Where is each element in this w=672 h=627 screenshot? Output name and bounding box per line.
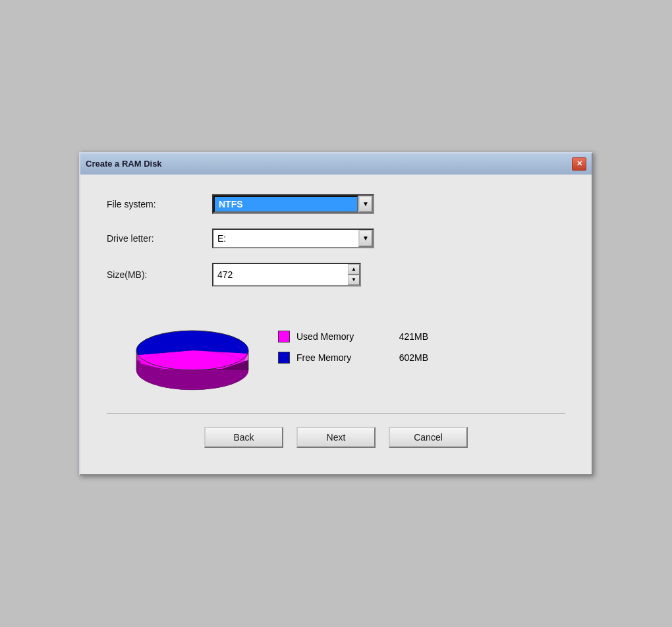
spin-up-button[interactable]: ▲ [348,264,360,275]
drive-letter-dropdown-btn[interactable]: ▼ [358,230,373,247]
pie-chart [126,301,258,393]
file-system-selected: NTFS [213,196,358,213]
pie-chart-svg [126,301,265,393]
drive-letter-control: E: ▼ [212,229,565,248]
size-spinbox: 472 ▲ ▼ [212,263,361,286]
used-memory-legend-item: Used Memory 421MB [278,331,428,342]
chart-legend: Used Memory 421MB Free Memory 602MB [278,331,428,364]
file-system-row: File system: NTFS ▼ [107,194,565,214]
close-button[interactable]: ✕ [572,157,586,171]
size-label: Size(MB): [107,269,212,280]
button-divider [107,413,565,414]
chart-section: Used Memory 421MB Free Memory 602MB [107,301,565,393]
free-memory-label: Free Memory [296,352,382,363]
drive-letter-dropdown[interactable]: E: ▼ [212,229,374,248]
free-memory-legend-item: Free Memory 602MB [278,352,428,364]
button-row: Back Next Cancel [107,427,565,461]
spin-down-button[interactable]: ▼ [348,275,360,285]
free-memory-value: 602MB [389,352,428,363]
dialog-title: Create a RAM Disk [86,159,162,169]
drive-letter-row: Drive letter: E: ▼ [107,229,565,248]
file-system-dropdown-btn[interactable]: ▼ [358,196,373,213]
used-memory-color-swatch [278,331,290,342]
drive-letter-selected: E: [213,230,358,247]
used-memory-value: 421MB [389,331,428,342]
dialog-window: Create a RAM Disk ✕ File system: NTFS ▼ … [79,152,593,476]
size-input[interactable]: 472 [213,264,348,285]
size-control: 472 ▲ ▼ [212,263,565,286]
title-bar: Create a RAM Disk ✕ [80,153,592,175]
back-button[interactable]: Back [204,427,283,448]
size-row: Size(MB): 472 ▲ ▼ [107,263,565,286]
drive-letter-label: Drive letter: [107,233,212,244]
dialog-body: File system: NTFS ▼ Drive letter: E: ▼ S… [80,175,592,474]
cancel-button[interactable]: Cancel [389,427,468,448]
spinbox-buttons: ▲ ▼ [348,264,360,285]
used-memory-label: Used Memory [296,331,382,342]
free-memory-color-swatch [278,352,290,364]
file-system-control: NTFS ▼ [212,194,565,214]
next-button[interactable]: Next [296,427,376,448]
file-system-label: File system: [107,199,212,209]
file-system-dropdown[interactable]: NTFS ▼ [212,194,374,214]
